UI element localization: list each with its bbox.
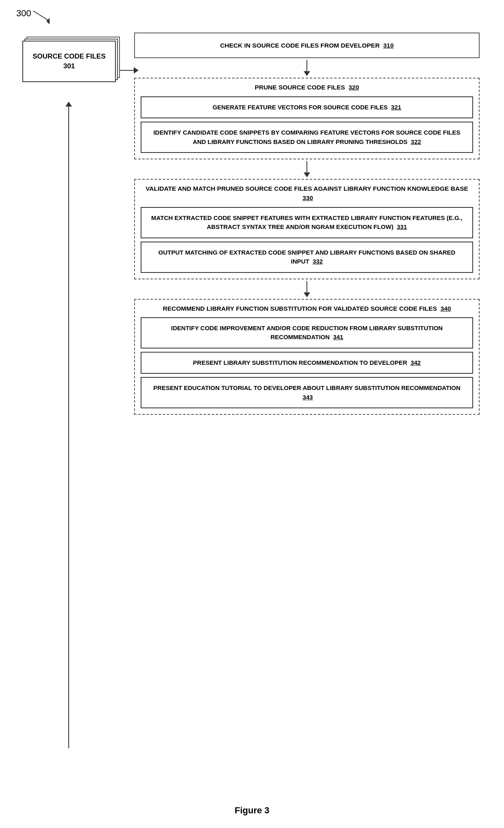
left-vertical-line: [68, 106, 69, 748]
box-342: PRESENT LIBRARY SUBSTITUTION RECOMMENDAT…: [141, 352, 473, 374]
box-342-ref: 342: [411, 359, 421, 366]
box-321: GENERATE FEATURE VECTORS FOR SOURCE CODE…: [141, 96, 473, 119]
box-330-label: VALIDATE AND MATCH PRUNED SOURCE CODE FI…: [141, 184, 473, 203]
source-files-card: SOURCE CODE FILES 301: [22, 41, 116, 82]
svg-line-0: [33, 11, 50, 21]
box-343-ref: 343: [303, 394, 313, 401]
arrow-310-to-320: [304, 60, 310, 76]
box-322-ref: 322: [411, 138, 421, 145]
arrow-330-to-340: [304, 281, 310, 297]
fig-arrow-icon: [29, 9, 54, 25]
box-330-text: VALIDATE AND MATCH PRUNED SOURCE CODE FI…: [146, 185, 468, 192]
arrow-320-to-330: [304, 161, 310, 177]
box-321-text: GENERATE FEATURE VECTORS FOR SOURCE CODE…: [213, 104, 388, 111]
box-320-text: PRUNE SOURCE CODE FILES: [255, 84, 345, 91]
box-322: IDENTIFY CANDIDATE CODE SNIPPETS BY COMP…: [141, 122, 473, 153]
box-332: OUTPUT MATCHING OF EXTRACTED CODE SNIPPE…: [141, 242, 473, 273]
box-340-ref: 340: [441, 305, 451, 312]
box-310-text: CHECK IN SOURCE CODE FILES FROM DEVELOPE…: [220, 42, 380, 49]
source-files-ref: 301: [63, 62, 75, 70]
box-341: IDENTIFY CODE IMPROVEMENT AND/OR CODE RE…: [141, 317, 473, 349]
box-330-outer: VALIDATE AND MATCH PRUNED SOURCE CODE FI…: [134, 179, 480, 279]
source-files-label: SOURCE CODE FILES: [33, 52, 105, 60]
figure-caption: Figure 3: [0, 805, 504, 816]
box-310-ref: 310: [383, 42, 394, 49]
diagram-container: 300 SOURCE CODE FILES 301 CHECK IN SOURC…: [0, 0, 504, 828]
box-340-label: RECOMMEND LIBRARY FUNCTION SUBSTITUTION …: [141, 304, 473, 313]
box-331: MATCH EXTRACTED CODE SNIPPET FEATURES WI…: [141, 207, 473, 238]
box-331-text: MATCH EXTRACTED CODE SNIPPET FEATURES WI…: [151, 214, 463, 231]
box-343: PRESENT EDUCATION TUTORIAL TO DEVELOPER …: [141, 377, 473, 408]
box-332-text: OUTPUT MATCHING OF EXTRACTED CODE SNIPPE…: [159, 249, 456, 265]
box-342-text: PRESENT LIBRARY SUBSTITUTION RECOMMENDAT…: [193, 359, 407, 366]
box-332-ref: 332: [313, 258, 323, 265]
flow-column: CHECK IN SOURCE CODE FILES FROM DEVELOPE…: [134, 33, 480, 439]
box-341-text: IDENTIFY CODE IMPROVEMENT AND/OR CODE RE…: [171, 325, 443, 341]
box-343-text: PRESENT EDUCATION TUTORIAL TO DEVELOPER …: [153, 384, 461, 391]
box-330-ref: 330: [302, 194, 313, 201]
box-340-outer: RECOMMEND LIBRARY FUNCTION SUBSTITUTION …: [134, 299, 480, 415]
box-321-ref: 321: [391, 104, 401, 111]
box-320-outer: PRUNE SOURCE CODE FILES 320 GENERATE FEA…: [134, 78, 480, 159]
box-320-ref: 320: [348, 84, 359, 91]
box-341-ref: 341: [333, 333, 343, 340]
box-340-text: RECOMMEND LIBRARY FUNCTION SUBSTITUTION …: [163, 305, 437, 312]
svg-marker-1: [46, 18, 50, 24]
source-files-group: SOURCE CODE FILES 301: [22, 41, 116, 82]
box-331-ref: 331: [397, 223, 407, 230]
box-310: CHECK IN SOURCE CODE FILES FROM DEVELOPE…: [134, 33, 480, 58]
left-arrow-up: [65, 102, 72, 107]
box-320-label: PRUNE SOURCE CODE FILES 320: [141, 83, 473, 92]
